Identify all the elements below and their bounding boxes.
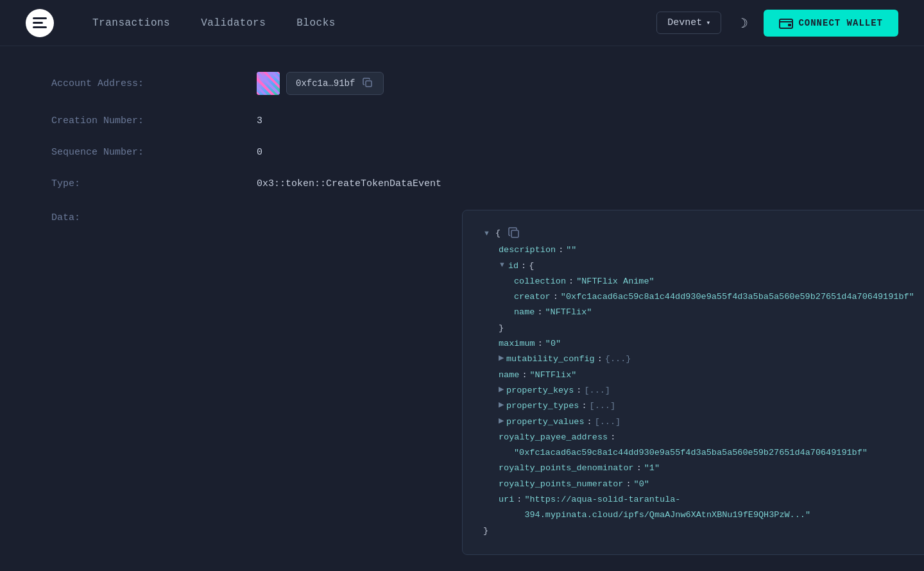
json-collapse-toggle[interactable]: ▼: [483, 227, 493, 240]
type-label: Type:: [51, 178, 257, 189]
json-collection-line: collection : "NFTFlix Anime": [483, 274, 914, 289]
navbar: Transactions Validators Blocks Devnet ▾ …: [0, 0, 924, 46]
mutability-key: mutability_config: [506, 352, 595, 367]
wallet-icon: [779, 17, 793, 29]
address-label: Account Address:: [51, 78, 257, 89]
json-property-types-line: ▶ property_types : [...]: [483, 398, 914, 414]
copy-json-button[interactable]: [503, 227, 520, 241]
address-value: 0xfc1a…91bf: [257, 72, 384, 95]
creation-number-row: Creation Number: 3: [51, 115, 873, 126]
wallet-svg-icon: [779, 17, 793, 29]
json-open-brace: {: [495, 226, 501, 241]
json-id-close: }: [483, 321, 914, 336]
property-values-key: property_values: [506, 414, 585, 430]
navbar-right: Devnet ▾ ☽ CONNECT WALLET: [656, 10, 898, 37]
nav-validators[interactable]: Validators: [201, 17, 266, 29]
logo-icon: [33, 17, 47, 28]
uri-key: uri: [499, 492, 514, 507]
property-types-toggle[interactable]: ▶: [499, 398, 506, 411]
id-key: id: [508, 259, 518, 274]
name-value-id: "NFTFlix": [545, 305, 592, 320]
network-label: Devnet: [667, 17, 702, 28]
network-selector[interactable]: Devnet ▾: [656, 12, 721, 34]
sequence-value: 0: [257, 147, 262, 158]
navbar-left: Transactions Validators Blocks: [26, 9, 336, 37]
royalty-num-value: "0": [634, 477, 649, 492]
svg-rect-1: [788, 24, 791, 26]
theme-toggle[interactable]: ☽: [732, 12, 753, 35]
creator-value: "0xfc1acad6ac59c8a1c44dd930e9a55f4d3a5ba…: [561, 289, 914, 305]
description-value: "": [566, 243, 576, 258]
type-value: 0x3::token::CreateTokenDataEvent: [257, 178, 441, 189]
json-maximum-line: maximum : "0": [483, 336, 914, 352]
nav-links: Transactions Validators Blocks: [92, 17, 336, 29]
creation-value: 3: [257, 115, 262, 126]
property-keys-toggle[interactable]: ▶: [499, 383, 506, 396]
json-id-header: ▼ id : {: [483, 259, 914, 274]
json-royalty-payee-value-line: "0xfc1acad6ac59c8a1c44dd930e9a55f4d3a5ba…: [483, 445, 914, 461]
json-description-line: description : "": [483, 243, 914, 258]
type-row: Type: 0x3::token::CreateTokenDataEvent: [51, 178, 873, 189]
property-keys-collapsed: [...]: [584, 383, 610, 398]
name-key2: name: [499, 368, 519, 383]
json-royalty-payee-line: royalty_payee_address :: [483, 430, 914, 445]
nav-blocks[interactable]: Blocks: [296, 17, 336, 29]
main-content: Account Address: 0xfc1a…91bf Creation Nu…: [0, 46, 924, 571]
royalty-payee-key: royalty_payee_address: [499, 430, 608, 445]
json-property-keys-line: ▶ property_keys : [...]: [483, 383, 914, 398]
collection-key: collection: [514, 274, 566, 289]
royalty-denom-key: royalty_points_denominator: [499, 461, 634, 476]
avatar: [257, 72, 280, 95]
maximum-value: "0": [545, 336, 561, 352]
data-row: Data: ▼ { description : "": [51, 210, 873, 555]
name-key-id: name: [514, 305, 535, 320]
collection-value: "NFTFlix Anime": [576, 274, 654, 289]
creation-label: Creation Number:: [51, 115, 257, 126]
moon-icon: ☽: [737, 16, 748, 30]
json-mutability-line: ▶ mutability_config : {...}: [483, 352, 914, 367]
json-viewer: ▼ { description : "" ▼ id :: [462, 210, 924, 555]
uri-value: "https://aqua-solid-tarantula-394.mypina…: [524, 492, 914, 524]
property-keys-key: property_keys: [506, 383, 574, 398]
name-value2: "NFTFlix": [530, 368, 577, 383]
creator-key: creator: [514, 289, 551, 305]
address-short: 0xfc1a…91bf: [296, 78, 355, 89]
description-key: description: [499, 243, 556, 258]
chevron-down-icon: ▾: [706, 18, 710, 28]
app-logo[interactable]: [26, 9, 54, 37]
mutability-collapsed: {...}: [605, 352, 631, 367]
royalty-num-key: royalty_points_numerator: [499, 477, 623, 492]
copy-address-button[interactable]: [361, 76, 374, 90]
svg-rect-3: [511, 230, 518, 237]
sequence-number-row: Sequence Number: 0: [51, 147, 873, 158]
json-close-brace: }: [483, 524, 914, 539]
copy-icon: [363, 78, 373, 88]
sequence-label: Sequence Number:: [51, 147, 257, 158]
property-values-collapsed: [...]: [595, 414, 621, 430]
json-name2-line: name : "NFTFlix": [483, 368, 914, 383]
property-types-collapsed: [...]: [590, 398, 616, 414]
json-name-id-line: name : "NFTFlix": [483, 305, 914, 320]
royalty-payee-value: "0xfc1acad6ac59c8a1c44dd930e9a55f4d3a5ba…: [514, 445, 868, 461]
maximum-key: maximum: [499, 336, 535, 352]
nav-transactions[interactable]: Transactions: [92, 17, 170, 29]
json-header: ▼ {: [483, 226, 914, 241]
account-address-row: Account Address: 0xfc1a…91bf: [51, 72, 873, 95]
json-property-values-line: ▶ property_values : [...]: [483, 414, 914, 430]
copy-json-icon: [508, 227, 520, 239]
data-label: Data:: [51, 210, 257, 223]
json-creator-line: creator : "0xfc1acad6ac59c8a1c44dd930e9a…: [483, 289, 914, 305]
svg-rect-2: [366, 81, 372, 87]
royalty-denom-value: "1": [644, 461, 660, 476]
json-royalty-num-line: royalty_points_numerator : "0": [483, 477, 914, 492]
connect-wallet-button[interactable]: CONNECT WALLET: [764, 10, 898, 37]
address-badge: 0xfc1a…91bf: [286, 72, 384, 95]
connect-wallet-label: CONNECT WALLET: [798, 18, 883, 28]
json-royalty-denom-line: royalty_points_denominator : "1": [483, 461, 914, 476]
property-types-key: property_types: [506, 398, 579, 414]
id-collapse-toggle[interactable]: ▼: [499, 259, 508, 271]
mutability-collapse-toggle[interactable]: ▶: [499, 352, 506, 364]
property-values-toggle[interactable]: ▶: [499, 414, 506, 427]
json-uri-line: uri : "https://aqua-solid-tarantula-394.…: [483, 492, 914, 524]
